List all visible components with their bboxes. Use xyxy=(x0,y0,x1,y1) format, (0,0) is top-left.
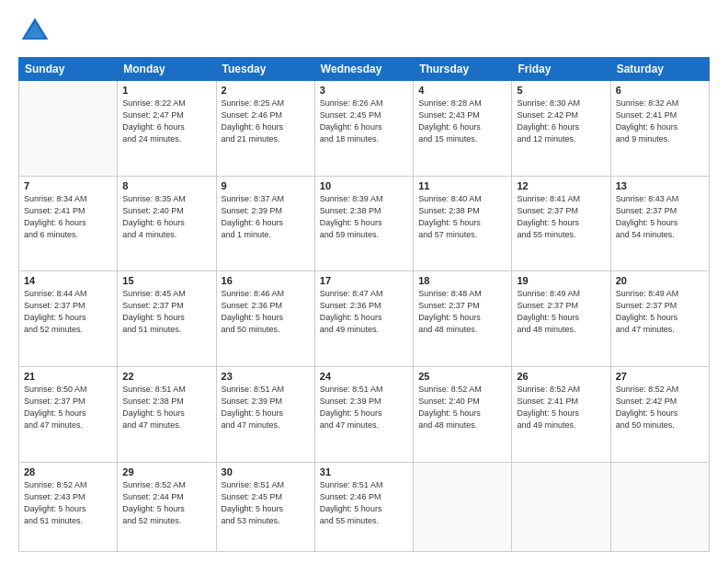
calendar-cell xyxy=(512,462,610,551)
calendar-cell xyxy=(610,462,709,551)
calendar-cell: 7Sunrise: 8:34 AM Sunset: 2:41 PM Daylig… xyxy=(19,176,118,271)
calendar-cell: 1Sunrise: 8:22 AM Sunset: 2:47 PM Daylig… xyxy=(118,81,216,177)
calendar-cell: 30Sunrise: 8:51 AM Sunset: 2:45 PM Dayli… xyxy=(216,462,314,551)
weekday-header: Sunday xyxy=(19,58,118,81)
weekday-header: Monday xyxy=(118,58,216,81)
day-info: Sunrise: 8:51 AM Sunset: 2:45 PM Dayligh… xyxy=(222,479,310,527)
weekday-header: Wednesday xyxy=(314,58,413,81)
calendar-cell: 11Sunrise: 8:40 AM Sunset: 2:38 PM Dayli… xyxy=(414,176,512,271)
day-info: Sunrise: 8:51 AM Sunset: 2:38 PM Dayligh… xyxy=(122,384,210,431)
calendar-cell: 25Sunrise: 8:52 AM Sunset: 2:40 PM Dayli… xyxy=(414,366,512,462)
logo-icon xyxy=(18,15,51,48)
day-info: Sunrise: 8:52 AM Sunset: 2:41 PM Dayligh… xyxy=(517,384,605,431)
calendar-cell: 2Sunrise: 8:25 AM Sunset: 2:46 PM Daylig… xyxy=(216,81,314,177)
calendar-cell xyxy=(19,81,118,177)
calendar-cell: 18Sunrise: 8:48 AM Sunset: 2:37 PM Dayli… xyxy=(414,271,512,367)
week-row: 21Sunrise: 8:50 AM Sunset: 2:37 PM Dayli… xyxy=(19,366,710,462)
day-number: 12 xyxy=(517,180,605,191)
day-number: 8 xyxy=(122,180,210,191)
weekday-header: Thursday xyxy=(414,58,512,81)
calendar-cell: 3Sunrise: 8:26 AM Sunset: 2:45 PM Daylig… xyxy=(314,81,413,177)
day-info: Sunrise: 8:47 AM Sunset: 2:36 PM Dayligh… xyxy=(320,288,408,336)
day-info: Sunrise: 8:49 AM Sunset: 2:37 PM Dayligh… xyxy=(517,288,605,336)
calendar-cell: 15Sunrise: 8:45 AM Sunset: 2:37 PM Dayli… xyxy=(118,271,216,367)
week-row: 7Sunrise: 8:34 AM Sunset: 2:41 PM Daylig… xyxy=(19,176,710,271)
calendar-cell: 17Sunrise: 8:47 AM Sunset: 2:36 PM Dayli… xyxy=(314,271,413,367)
calendar-cell: 28Sunrise: 8:52 AM Sunset: 2:43 PM Dayli… xyxy=(19,462,118,551)
day-info: Sunrise: 8:35 AM Sunset: 2:40 PM Dayligh… xyxy=(122,193,210,241)
calendar-cell: 29Sunrise: 8:52 AM Sunset: 2:44 PM Dayli… xyxy=(118,462,216,551)
page: SundayMondayTuesdayWednesdayThursdayFrid… xyxy=(0,0,728,563)
day-info: Sunrise: 8:51 AM Sunset: 2:39 PM Dayligh… xyxy=(320,384,408,431)
day-number: 11 xyxy=(418,180,506,191)
week-row: 1Sunrise: 8:22 AM Sunset: 2:47 PM Daylig… xyxy=(19,81,710,177)
day-number: 27 xyxy=(616,371,704,382)
day-info: Sunrise: 8:26 AM Sunset: 2:45 PM Dayligh… xyxy=(320,98,408,145)
weekday-header: Saturday xyxy=(610,58,709,81)
calendar-cell: 21Sunrise: 8:50 AM Sunset: 2:37 PM Dayli… xyxy=(19,366,118,462)
day-info: Sunrise: 8:22 AM Sunset: 2:47 PM Dayligh… xyxy=(122,98,210,145)
calendar-cell: 4Sunrise: 8:28 AM Sunset: 2:43 PM Daylig… xyxy=(414,81,512,177)
day-info: Sunrise: 8:48 AM Sunset: 2:37 PM Dayligh… xyxy=(418,288,506,336)
day-info: Sunrise: 8:52 AM Sunset: 2:40 PM Dayligh… xyxy=(418,384,506,431)
day-info: Sunrise: 8:41 AM Sunset: 2:37 PM Dayligh… xyxy=(517,193,605,241)
day-number: 23 xyxy=(222,371,310,382)
week-row: 28Sunrise: 8:52 AM Sunset: 2:43 PM Dayli… xyxy=(19,462,710,551)
day-info: Sunrise: 8:43 AM Sunset: 2:37 PM Dayligh… xyxy=(616,193,704,241)
calendar-cell: 12Sunrise: 8:41 AM Sunset: 2:37 PM Dayli… xyxy=(512,176,610,271)
day-number: 14 xyxy=(24,275,112,286)
calendar-cell: 13Sunrise: 8:43 AM Sunset: 2:37 PM Dayli… xyxy=(610,176,709,271)
day-info: Sunrise: 8:51 AM Sunset: 2:46 PM Dayligh… xyxy=(320,479,408,527)
day-number: 3 xyxy=(320,85,408,96)
day-number: 26 xyxy=(517,371,605,382)
day-number: 16 xyxy=(222,275,310,286)
day-number: 6 xyxy=(616,85,704,96)
calendar-cell: 16Sunrise: 8:46 AM Sunset: 2:36 PM Dayli… xyxy=(216,271,314,367)
day-number: 5 xyxy=(517,85,605,96)
week-row: 14Sunrise: 8:44 AM Sunset: 2:37 PM Dayli… xyxy=(19,271,710,367)
day-number: 24 xyxy=(320,371,408,382)
day-info: Sunrise: 8:32 AM Sunset: 2:41 PM Dayligh… xyxy=(616,98,704,145)
day-info: Sunrise: 8:45 AM Sunset: 2:37 PM Dayligh… xyxy=(122,288,210,336)
weekday-header: Friday xyxy=(512,58,610,81)
day-number: 30 xyxy=(222,466,310,477)
calendar-table: SundayMondayTuesdayWednesdayThursdayFrid… xyxy=(18,57,710,552)
calendar-cell: 26Sunrise: 8:52 AM Sunset: 2:41 PM Dayli… xyxy=(512,366,610,462)
header xyxy=(18,15,710,48)
day-info: Sunrise: 8:37 AM Sunset: 2:39 PM Dayligh… xyxy=(222,193,310,241)
day-number: 17 xyxy=(320,275,408,286)
day-info: Sunrise: 8:51 AM Sunset: 2:39 PM Dayligh… xyxy=(222,384,310,431)
day-number: 21 xyxy=(24,371,112,382)
calendar-cell: 31Sunrise: 8:51 AM Sunset: 2:46 PM Dayli… xyxy=(314,462,413,551)
day-number: 22 xyxy=(122,371,210,382)
day-info: Sunrise: 8:52 AM Sunset: 2:42 PM Dayligh… xyxy=(616,384,704,431)
day-info: Sunrise: 8:40 AM Sunset: 2:38 PM Dayligh… xyxy=(418,193,506,241)
day-info: Sunrise: 8:50 AM Sunset: 2:37 PM Dayligh… xyxy=(24,384,112,431)
day-number: 31 xyxy=(320,466,408,477)
day-number: 9 xyxy=(222,180,310,191)
day-info: Sunrise: 8:39 AM Sunset: 2:38 PM Dayligh… xyxy=(320,193,408,241)
day-info: Sunrise: 8:34 AM Sunset: 2:41 PM Dayligh… xyxy=(24,193,112,241)
day-number: 18 xyxy=(418,275,506,286)
day-number: 19 xyxy=(517,275,605,286)
calendar-cell: 27Sunrise: 8:52 AM Sunset: 2:42 PM Dayli… xyxy=(610,366,709,462)
calendar-cell: 5Sunrise: 8:30 AM Sunset: 2:42 PM Daylig… xyxy=(512,81,610,177)
day-number: 13 xyxy=(616,180,704,191)
day-info: Sunrise: 8:28 AM Sunset: 2:43 PM Dayligh… xyxy=(418,98,506,145)
calendar-cell: 14Sunrise: 8:44 AM Sunset: 2:37 PM Dayli… xyxy=(19,271,118,367)
day-number: 2 xyxy=(222,85,310,96)
calendar-cell: 19Sunrise: 8:49 AM Sunset: 2:37 PM Dayli… xyxy=(512,271,610,367)
weekday-header: Tuesday xyxy=(216,58,314,81)
day-number: 28 xyxy=(24,466,112,477)
day-info: Sunrise: 8:25 AM Sunset: 2:46 PM Dayligh… xyxy=(222,98,310,145)
day-info: Sunrise: 8:52 AM Sunset: 2:44 PM Dayligh… xyxy=(122,479,210,527)
day-number: 10 xyxy=(320,180,408,191)
day-number: 1 xyxy=(122,85,210,96)
logo xyxy=(18,15,55,48)
day-number: 4 xyxy=(418,85,506,96)
calendar-cell: 23Sunrise: 8:51 AM Sunset: 2:39 PM Dayli… xyxy=(216,366,314,462)
day-number: 29 xyxy=(122,466,210,477)
day-number: 7 xyxy=(24,180,112,191)
day-info: Sunrise: 8:49 AM Sunset: 2:37 PM Dayligh… xyxy=(616,288,704,336)
calendar-cell: 22Sunrise: 8:51 AM Sunset: 2:38 PM Dayli… xyxy=(118,366,216,462)
